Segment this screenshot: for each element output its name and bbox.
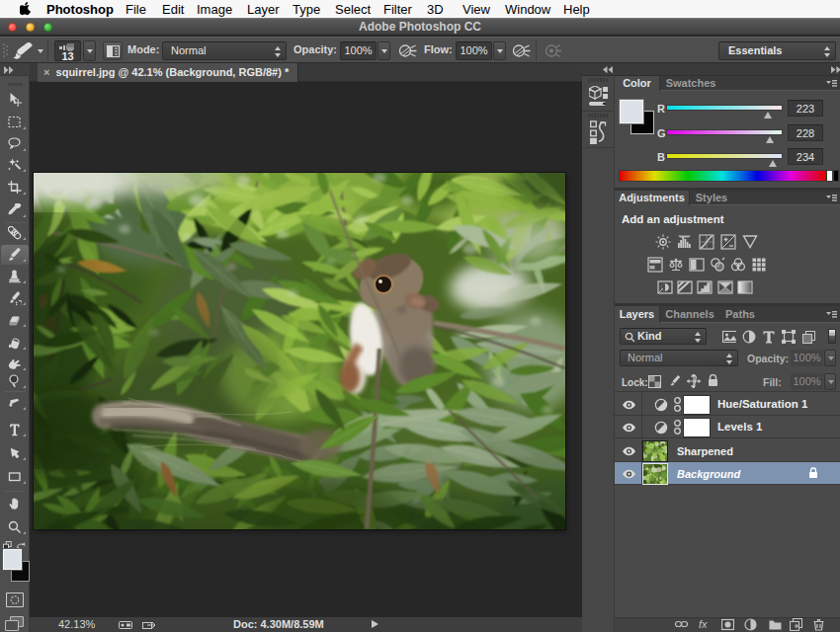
svg-text:fx: fx: [699, 618, 708, 630]
